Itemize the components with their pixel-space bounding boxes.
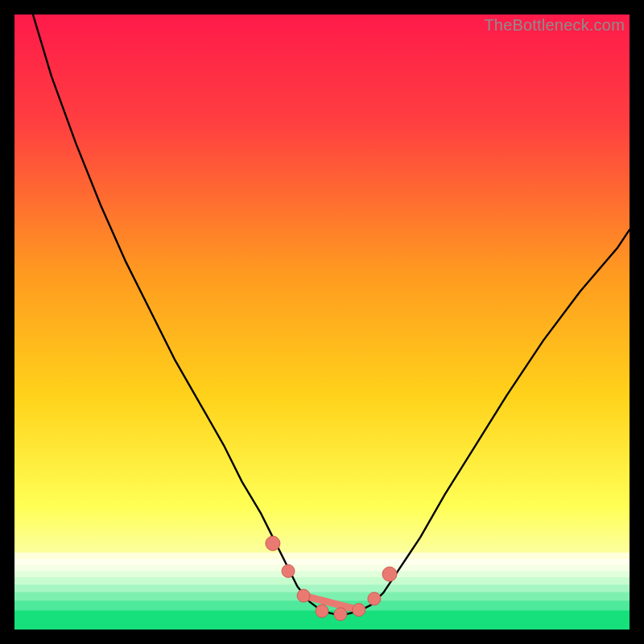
curve-marker-dot — [282, 564, 295, 577]
curve-marker-dot — [297, 589, 310, 602]
curve-marker-dot — [382, 567, 397, 581]
gradient-band — [14, 559, 630, 565]
gradient-band — [14, 584, 630, 592]
gradient-band — [14, 565, 630, 572]
gradient-band — [14, 571, 630, 577]
curve-marker-dot — [353, 604, 365, 617]
curve-marker-dot — [368, 592, 381, 605]
gradient-background — [14, 14, 630, 630]
chart-frame: TheBottleneck.com — [14, 14, 630, 630]
gradient-band — [14, 553, 630, 559]
curve-marker-dot — [316, 605, 328, 617]
gradient-band — [14, 577, 630, 584]
watermark-text: TheBottleneck.com — [484, 16, 625, 35]
bottom-color-bands — [14, 553, 630, 630]
curve-marker-dot — [266, 536, 280, 551]
curve-marker-dot — [334, 608, 347, 621]
bottleneck-chart — [14, 14, 630, 630]
